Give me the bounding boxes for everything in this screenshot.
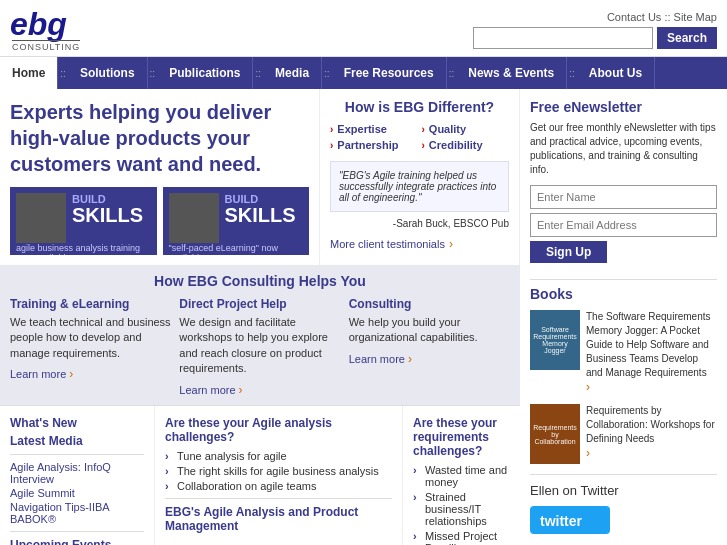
how-diff-title: How is EBG Different?: [330, 99, 509, 115]
agile-product-mgmt-link[interactable]: EBG's Agile Analysis and Product Managem…: [165, 505, 392, 533]
book-1-cover[interactable]: Software Requirements Memory Jogger: [530, 310, 580, 370]
book-2-cover[interactable]: Requirements by Collaboration: [530, 404, 580, 464]
book-1-link[interactable]: ›: [586, 380, 717, 394]
agile-analysis-link[interactable]: Agile Analysis: InfoQ Interview: [10, 461, 144, 485]
divider-4: [165, 498, 392, 499]
banner-2-desc: "self-paced eLearning" now available!: [169, 243, 304, 255]
diff-quality-label: Quality: [429, 123, 466, 135]
book-1-cover-text: Software Requirements Memory Jogger: [530, 324, 580, 356]
search-button[interactable]: Search: [657, 27, 717, 49]
banner-1-skills: SKILLS: [72, 205, 143, 225]
testimonial: "EBG's Agile training helped us successf…: [330, 161, 509, 212]
helps-project-title: Direct Project Help: [179, 297, 340, 311]
navigation-tips-link[interactable]: Navigation Tips-IIBA BABOK®: [10, 501, 144, 525]
bottom-left-col: What's New Latest Media Agile Analysis: …: [0, 406, 155, 545]
enewsletter-desc: Get our free monthly eNewsletter with ti…: [530, 121, 717, 177]
banner-1[interactable]: BUILD SKILLS agile business analysis tra…: [10, 187, 157, 255]
helps-training-text: We teach technical and business people h…: [10, 315, 171, 361]
mid-col: How is EBG Different? › Expertise › Qual…: [320, 89, 520, 265]
main-nav: Home :: Solutions :: Publications :: Med…: [0, 57, 727, 89]
left-mid-wrapper: Experts helping you deliver high-value p…: [0, 89, 520, 545]
arrow-icon-1: ›: [69, 367, 73, 381]
nav-media[interactable]: Media: [263, 57, 322, 89]
nav-home[interactable]: Home: [0, 57, 58, 89]
agile-item-1: Tune analysis for agile: [165, 450, 392, 462]
helps-consulting-title: Consulting: [349, 297, 510, 311]
latest-media-link[interactable]: Latest Media: [10, 434, 144, 448]
book-1-desc: The Software Requirements Memory Jogger:…: [586, 310, 717, 380]
enewsletter-title: Free eNewsletter: [530, 99, 717, 115]
search-input[interactable]: [473, 27, 653, 49]
testimonial-attr: -Sarah Buck, EBSCO Pub: [330, 218, 509, 229]
book-1: Software Requirements Memory Jogger The …: [530, 310, 717, 394]
more-testimonials-label: More client testimonials: [330, 238, 445, 250]
twitter-logo[interactable]: twitter: [530, 506, 610, 537]
book-1-info: The Software Requirements Memory Jogger:…: [586, 310, 717, 394]
diff-bullet-3: ›: [330, 140, 333, 151]
diff-credibility-label: Credibility: [429, 139, 483, 151]
helps-project-text: We design and facilitate workshops to he…: [179, 315, 340, 377]
logo-area: ebg CONSULTING: [10, 8, 80, 52]
divider-1: [10, 454, 144, 455]
twitter-logo-svg: twitter: [530, 506, 610, 534]
helps-training: Training & eLearning We teach technical …: [10, 297, 171, 397]
arrow-icon-book-1: ›: [586, 380, 590, 394]
banner-2-skills: SKILLS: [225, 205, 296, 225]
agile-item-3: Collaboration on agile teams: [165, 480, 392, 492]
logo: ebg CONSULTING: [10, 8, 80, 52]
learn-more-label-3: Learn more: [349, 353, 405, 365]
helps-training-title: Training & eLearning: [10, 297, 171, 311]
agile-challenges-title: Are these your Agile analysis challenges…: [165, 416, 392, 444]
name-input[interactable]: [530, 185, 717, 209]
twitter-on: on: [563, 483, 577, 498]
upcoming-events-link[interactable]: Upcoming Events: [10, 538, 144, 545]
twitter-name: Ellen: [530, 483, 559, 498]
nav-news-events[interactable]: News & Events: [456, 57, 567, 89]
helps-training-learn-more[interactable]: Learn more ›: [10, 367, 171, 381]
agile-summit-link[interactable]: Agile Summit: [10, 487, 144, 499]
banners: BUILD SKILLS agile business analysis tra…: [10, 187, 309, 255]
arrow-icon-3: ›: [408, 352, 412, 366]
divider-2: [10, 531, 144, 532]
bottom-mid-col: Are these your Agile analysis challenges…: [155, 406, 403, 545]
book-2-desc: Requirements by Collaboration: Workshops…: [586, 404, 717, 446]
diff-bullet-2: ›: [422, 124, 425, 135]
nav-solutions[interactable]: Solutions: [68, 57, 148, 89]
contact-us-link[interactable]: Contact Us: [607, 11, 661, 23]
email-input[interactable]: [530, 213, 717, 237]
helps-consulting-text: We help you build your organizational ca…: [349, 315, 510, 346]
diff-quality: › Quality: [422, 123, 510, 135]
twitter-section: Ellen on Twitter twitter: [530, 483, 717, 537]
nav-about-us[interactable]: About Us: [577, 57, 655, 89]
more-testimonials-link[interactable]: More client testimonials ›: [330, 237, 509, 251]
whats-new-link[interactable]: What's New: [10, 416, 144, 430]
helps-consulting-learn-more[interactable]: Learn more ›: [349, 352, 510, 366]
book-2-link[interactable]: ›: [586, 446, 717, 460]
nav-free-resources[interactable]: Free Resources: [332, 57, 447, 89]
banner-2[interactable]: BUILD SKILLS "self-paced eLearning" now …: [163, 187, 310, 255]
svg-text:twitter: twitter: [540, 513, 583, 529]
diff-credibility: › Credibility: [422, 139, 510, 151]
logo-ebg: ebg: [10, 8, 67, 40]
diff-expertise: › Expertise: [330, 123, 418, 135]
book-2-cover-text: Requirements by Collaboration: [530, 422, 580, 447]
twitter-title: Ellen on Twitter: [530, 483, 717, 498]
helps-project-learn-more[interactable]: Learn more ›: [179, 383, 340, 397]
diff-partnership: › Partnership: [330, 139, 418, 151]
reqs-item-3: Missed Project Deadlines: [413, 530, 510, 545]
site-map-link[interactable]: Site Map: [674, 11, 717, 23]
signup-button[interactable]: Sign Up: [530, 241, 607, 263]
books-title: Books: [530, 286, 717, 302]
arrow-icon-2: ›: [239, 383, 243, 397]
diff-expertise-label: Expertise: [337, 123, 387, 135]
diff-partnership-label: Partnership: [337, 139, 398, 151]
arrow-right-icon: ›: [449, 237, 453, 251]
book-2-info: Requirements by Collaboration: Workshops…: [586, 404, 717, 464]
reqs-item-1: Wasted time and money: [413, 464, 510, 488]
banner-1-desc: agile business analysis training now ava…: [16, 243, 151, 255]
reqs-item-2: Strained business/IT relationships: [413, 491, 510, 527]
learn-more-label-1: Learn more: [10, 368, 66, 380]
twitter-word: Twitter: [580, 483, 618, 498]
sep1: ::: [664, 11, 673, 23]
nav-publications[interactable]: Publications: [157, 57, 253, 89]
